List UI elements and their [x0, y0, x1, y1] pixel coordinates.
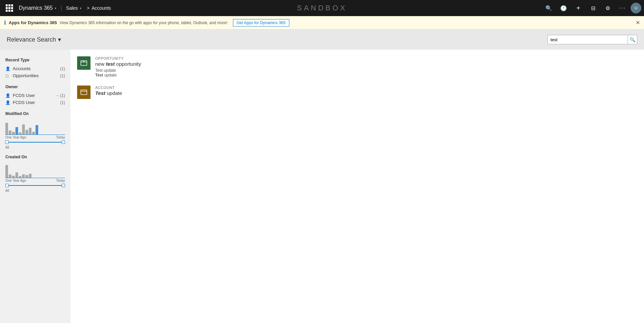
- search-nav-icon: 🔍: [545, 5, 552, 11]
- result-item-account[interactable]: ACCOUNT Test update: [77, 86, 637, 99]
- relevance-search-chevron: ▾: [58, 36, 61, 43]
- search-nav-button[interactable]: 🔍: [542, 0, 555, 16]
- chart-bar: [29, 128, 32, 134]
- nav-separator: |: [60, 5, 62, 12]
- chart-bar: [9, 130, 11, 134]
- chart-bar: [15, 172, 18, 178]
- chart-bar: [15, 127, 18, 134]
- sidebar-item-owner-2[interactable]: 👤 FCDS User (1): [5, 99, 65, 106]
- accounts-icon: 👤: [5, 66, 11, 71]
- range-track: [5, 142, 65, 143]
- add-button[interactable]: +: [572, 0, 585, 16]
- brand-button[interactable]: Dynamics 365 ▾: [16, 0, 59, 16]
- breadcrumb-accounts[interactable]: > Accounts: [84, 0, 114, 16]
- range-handle-right[interactable]: [62, 141, 65, 144]
- info-icon: ℹ: [4, 19, 6, 26]
- brand-chevron-icon: ▾: [55, 6, 56, 10]
- filter-icon: ⊟: [591, 5, 595, 11]
- created-on-chart-labels: One Year Ago Today: [5, 179, 65, 182]
- results-panel: OPPORTUNITY new test opportunity Test up…: [70, 50, 644, 323]
- brand-label: Dynamics 365: [19, 5, 53, 11]
- result-content-opportunity: OPPORTUNITY new test opportunity Test up…: [95, 56, 637, 77]
- modified-on-chart-labels: One Year Ago Today: [5, 136, 65, 139]
- owner-heading: Owner: [5, 85, 65, 89]
- filter-button[interactable]: ⊟: [586, 0, 600, 16]
- svg-rect-3: [81, 90, 87, 95]
- result-content-account: ACCOUNT Test update: [95, 86, 637, 97]
- search-submit-button[interactable]: 🔍: [628, 35, 637, 44]
- modified-on-title: Modified On: [5, 111, 65, 116]
- chart-bar: [12, 132, 15, 134]
- chart-bar: [29, 174, 32, 178]
- svg-point-2: [83, 61, 84, 62]
- avatar[interactable]: U: [631, 3, 641, 13]
- modified-on-bars: [5, 118, 65, 135]
- opportunities-icon: ◻: [5, 73, 11, 78]
- module-label: Sales: [66, 5, 78, 11]
- breadcrumb-separator: >: [87, 5, 90, 11]
- modified-on-section: Modified On One Year Ago: [5, 111, 65, 149]
- module-chevron-icon: ▾: [80, 6, 81, 10]
- created-on-bars: [5, 161, 65, 178]
- accounts-label: Accounts: [13, 66, 58, 71]
- banner-close-button[interactable]: ✕: [636, 19, 640, 26]
- info-banner: ℹ Apps for Dynamics 365 View Dynamics 36…: [0, 16, 644, 30]
- main-content: Record Type 👤 Accounts (1) ◻ Opportuniti…: [0, 50, 644, 323]
- modified-on-slider[interactable]: [5, 140, 65, 145]
- chart-bar: [12, 176, 15, 178]
- sandbox-label: SANDBOX: [297, 4, 347, 12]
- sidebar-item-accounts[interactable]: 👤 Accounts (1): [5, 65, 65, 72]
- chart-bar: [19, 176, 21, 178]
- history-button[interactable]: 🕐: [557, 0, 570, 16]
- chart-bar: [25, 130, 28, 134]
- get-apps-button[interactable]: Get Apps for Dynamics 365: [233, 19, 289, 26]
- settings-button[interactable]: ⚙: [601, 0, 614, 16]
- modified-on-start-label: One Year Ago: [5, 136, 26, 139]
- more-button[interactable]: ···: [616, 0, 629, 16]
- owner-2-label: FCDS User: [13, 100, 58, 105]
- created-on-title: Created On: [5, 155, 65, 159]
- opportunities-label: Opportunities: [13, 73, 58, 78]
- created-on-start-label: One Year Ago: [5, 179, 26, 182]
- record-type-heading: Record Type: [5, 58, 65, 62]
- sidebar: Record Type 👤 Accounts (1) ◻ Opportuniti…: [0, 50, 70, 323]
- chart-bar: [9, 174, 11, 178]
- chart-bar: [25, 175, 28, 178]
- app-switcher-button[interactable]: [3, 0, 16, 16]
- search-row: Relevance Search ▾ 🔍: [0, 30, 644, 50]
- created-on-all-label: All: [5, 189, 65, 193]
- search-submit-icon: 🔍: [630, 37, 635, 42]
- search-input[interactable]: [547, 35, 628, 44]
- search-wrapper: 🔍: [547, 35, 637, 44]
- range-handle-right[interactable]: [62, 184, 65, 187]
- chart-bar: [36, 125, 38, 134]
- opportunity-icon: [77, 56, 91, 70]
- nav-right: 🔍 🕐 + ⊟ ⚙ ··· U: [542, 0, 641, 16]
- range-handle-left[interactable]: [5, 184, 9, 187]
- account-icon: [77, 86, 91, 99]
- banner-text: View Dynamics 365 information on the go …: [60, 20, 228, 25]
- result-type-opportunity: OPPORTUNITY: [95, 56, 637, 60]
- range-track: [5, 185, 65, 186]
- history-icon: 🕐: [560, 5, 567, 11]
- relevance-search-label[interactable]: Relevance Search ▾: [7, 36, 61, 43]
- created-on-section: Created On One Year Ago Today: [5, 155, 65, 193]
- module-button[interactable]: Sales ▾: [63, 0, 84, 16]
- created-on-slider[interactable]: [5, 183, 65, 188]
- created-on-end-label: Today: [56, 179, 65, 182]
- range-handle-left[interactable]: [5, 141, 9, 144]
- chart-bar: [32, 132, 35, 134]
- result-title-account: Test update: [95, 90, 637, 96]
- breadcrumb-label: Accounts: [92, 5, 111, 11]
- result-type-account: ACCOUNT: [95, 86, 637, 90]
- sidebar-item-owner-1[interactable]: 👤 FCDS User ←(1): [5, 92, 65, 99]
- owner-1-label: FCDS User: [13, 93, 54, 98]
- grid-icon: [6, 4, 13, 12]
- result-sub2-opportunity: Test update: [95, 73, 637, 77]
- sidebar-item-opportunities[interactable]: ◻ Opportunities (1): [5, 72, 65, 79]
- result-item-opportunity[interactable]: OPPORTUNITY new test opportunity Test up…: [77, 56, 637, 77]
- top-navigation: Dynamics 365 ▾ | Sales ▾ > Accounts SAND…: [0, 0, 644, 16]
- modified-on-chart: One Year Ago Today: [5, 118, 65, 138]
- add-icon: +: [576, 4, 580, 12]
- relevance-search-text: Relevance Search: [7, 36, 56, 43]
